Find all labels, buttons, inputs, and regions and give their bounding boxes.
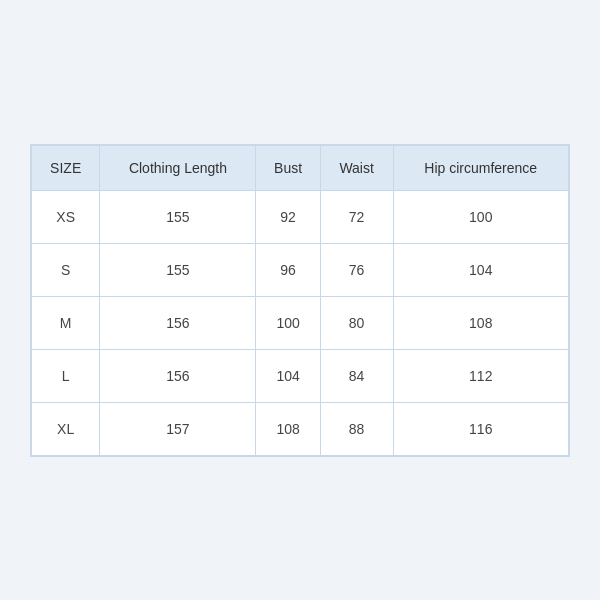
header-hip: Hip circumference — [393, 145, 569, 190]
cell-hip: 100 — [393, 190, 569, 243]
cell-hip: 108 — [393, 296, 569, 349]
cell-size: M — [32, 296, 100, 349]
header-clothing-length: Clothing Length — [100, 145, 256, 190]
table-row: XS1559272100 — [32, 190, 569, 243]
cell-hip: 112 — [393, 349, 569, 402]
cell-waist: 88 — [320, 402, 393, 455]
size-chart-table: SIZE Clothing Length Bust Waist Hip circ… — [31, 145, 569, 456]
cell-length: 155 — [100, 243, 256, 296]
cell-size: S — [32, 243, 100, 296]
cell-hip: 116 — [393, 402, 569, 455]
cell-size: L — [32, 349, 100, 402]
table-header-row: SIZE Clothing Length Bust Waist Hip circ… — [32, 145, 569, 190]
table-row: XL15710888116 — [32, 402, 569, 455]
cell-waist: 84 — [320, 349, 393, 402]
size-chart-container: SIZE Clothing Length Bust Waist Hip circ… — [30, 144, 570, 457]
cell-waist: 76 — [320, 243, 393, 296]
cell-length: 156 — [100, 349, 256, 402]
table-row: M15610080108 — [32, 296, 569, 349]
cell-waist: 80 — [320, 296, 393, 349]
cell-length: 156 — [100, 296, 256, 349]
cell-hip: 104 — [393, 243, 569, 296]
header-bust: Bust — [256, 145, 320, 190]
cell-size: XS — [32, 190, 100, 243]
cell-bust: 96 — [256, 243, 320, 296]
cell-bust: 92 — [256, 190, 320, 243]
table-row: S1559676104 — [32, 243, 569, 296]
cell-bust: 108 — [256, 402, 320, 455]
header-size: SIZE — [32, 145, 100, 190]
cell-waist: 72 — [320, 190, 393, 243]
cell-length: 155 — [100, 190, 256, 243]
header-waist: Waist — [320, 145, 393, 190]
cell-bust: 104 — [256, 349, 320, 402]
cell-size: XL — [32, 402, 100, 455]
table-row: L15610484112 — [32, 349, 569, 402]
cell-length: 157 — [100, 402, 256, 455]
cell-bust: 100 — [256, 296, 320, 349]
